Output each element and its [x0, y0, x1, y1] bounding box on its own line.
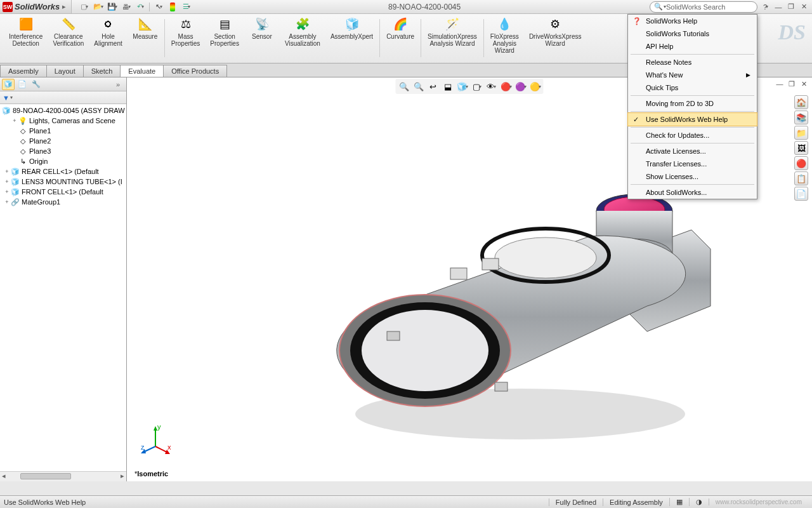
close-button[interactable]: ✕: [798, 2, 809, 12]
tree-toggle-icon[interactable]: +: [4, 168, 10, 175]
assembly-visualization-button[interactable]: 🧩Assembly Visualization: [280, 15, 325, 61]
design-library-button[interactable]: 📚: [794, 110, 808, 124]
sensor-button[interactable]: 📡Sensor: [244, 15, 280, 61]
sidebar-filter[interactable]: ▼ ▾: [0, 91, 126, 104]
rebuild-button[interactable]: [166, 1, 179, 13]
tab-office-products[interactable]: Office Products: [163, 65, 227, 77]
undo-button[interactable]: ↶▾: [134, 1, 147, 13]
help-button[interactable]: ?▾: [760, 2, 771, 12]
restore-button[interactable]: ❐: [785, 2, 797, 12]
tree-item[interactable]: +🔗MateGroup1: [0, 197, 126, 207]
select-button[interactable]: ↖▾: [152, 1, 165, 13]
help-menu-item[interactable]: Release Notes: [628, 56, 757, 69]
tree-toggle-icon[interactable]: [11, 148, 18, 154]
view-triad[interactable]: y x z: [140, 424, 171, 456]
floxpress-button[interactable]: 💧FloXpress Analysis Wizard: [485, 15, 524, 61]
tree-item[interactable]: +💡Lights, Cameras and Scene: [0, 116, 126, 126]
scroll-thumb[interactable]: [20, 473, 71, 479]
help-menu-item[interactable]: About SolidWorks...: [628, 186, 757, 199]
tree-toggle-icon[interactable]: +: [4, 189, 10, 195]
tree-toggle-icon[interactable]: [11, 128, 18, 134]
view-settings-button[interactable]: 🟡▾: [528, 80, 542, 93]
search-box[interactable]: 🔍▾: [650, 1, 757, 13]
interference-detection-icon: 🟧: [18, 17, 34, 32]
vp-close-button[interactable]: ✕: [798, 79, 809, 89]
status-unit-icon[interactable]: ▦: [669, 498, 689, 506]
view-orientation-button[interactable]: 🧊▾: [455, 80, 469, 93]
view-palette-button[interactable]: 🖼: [794, 141, 808, 155]
options-button[interactable]: ☰▾: [180, 1, 193, 13]
assembly-xpert-button[interactable]: 🧊AssemblyXpert: [325, 15, 378, 61]
status-custom-icon[interactable]: ◑: [689, 498, 709, 506]
open-button[interactable]: 📂▾: [92, 1, 105, 13]
help-menu-item[interactable]: SolidWorks Tutorials: [628, 27, 757, 40]
extra-button[interactable]: 📄: [794, 187, 808, 201]
tree-root[interactable]: 🧊 89-NOAO-4200-0045 (ASSY DRAW: [0, 105, 126, 116]
help-menu-item[interactable]: ❓SolidWorks Help: [628, 15, 757, 27]
display-style-button[interactable]: ▢▾: [470, 80, 484, 93]
tab-assembly[interactable]: Assembly: [0, 65, 47, 77]
tree-toggle-icon[interactable]: +: [4, 178, 10, 185]
tree-item[interactable]: ◇Plane1: [0, 126, 126, 136]
solidworks-resources-button[interactable]: 🏠: [794, 95, 808, 109]
help-menu-item[interactable]: Activate Licenses...: [628, 145, 757, 157]
driveworksxpress-button[interactable]: ⚙DriveWorksXpress Wizard: [524, 15, 587, 61]
section-properties-button[interactable]: ▤Section Properties: [205, 15, 244, 61]
help-menu-item[interactable]: API Help: [628, 40, 757, 53]
zoom-area-button[interactable]: 🔍: [412, 80, 426, 93]
tab-evaluate[interactable]: Evaluate: [120, 65, 164, 77]
tree-toggle-icon[interactable]: +: [4, 199, 10, 205]
tree-toggle-icon[interactable]: [11, 138, 18, 144]
feature-manager-tab[interactable]: 🧊: [2, 79, 15, 90]
triad-x-label: x: [167, 443, 171, 451]
clearance-verification-button[interactable]: 📏Clearance Verification: [48, 15, 89, 61]
interference-detection-button[interactable]: 🟧Interference Detection: [4, 15, 48, 61]
new-button[interactable]: ▢▾: [78, 1, 91, 13]
tab-sketch[interactable]: Sketch: [83, 65, 121, 77]
save-button[interactable]: 💾▾: [106, 1, 119, 13]
zoom-fit-button[interactable]: 🔍: [397, 80, 411, 93]
scroll-left-icon[interactable]: ◂: [0, 472, 8, 481]
tree-item[interactable]: +🧊REAR CELL<1> (Default: [0, 166, 126, 177]
tree-item[interactable]: +🧊FRONT CELL<1> (Default: [0, 187, 126, 197]
tree-toggle-icon[interactable]: +: [11, 117, 18, 124]
appearances-button[interactable]: 🔴: [794, 156, 808, 170]
hole-alignment-button[interactable]: ⭘Hole Alignment: [89, 15, 127, 61]
help-menu-item[interactable]: Check for Updates...: [628, 129, 757, 142]
measure-button[interactable]: 📐Measure: [128, 15, 163, 61]
tree-toggle-icon[interactable]: [11, 158, 18, 164]
print-button[interactable]: 🖶▾: [120, 1, 133, 13]
help-menu-item[interactable]: Use SolidWorks Web Help: [627, 112, 757, 126]
mass-properties-button[interactable]: ⚖Mass Properties: [166, 15, 206, 61]
vp-restore-button[interactable]: ❐: [786, 79, 797, 89]
prev-view-button[interactable]: ↩: [426, 80, 440, 93]
tree-item[interactable]: +🧊LENS3 MOUNTING TUBE<1> (I: [0, 177, 126, 187]
scroll-right-icon[interactable]: ▸: [119, 472, 126, 481]
app-logo[interactable]: SW SolidWorks ▸: [0, 0, 72, 13]
menu-separator: [631, 95, 754, 96]
help-menu-item[interactable]: Show Licenses...: [628, 170, 757, 183]
simulationxpress-button[interactable]: 🪄SimulationXpress Analysis Wizard: [422, 15, 482, 61]
help-menu-item[interactable]: Quick Tips: [628, 81, 757, 94]
section-view-button[interactable]: ⬓: [441, 80, 455, 93]
minimize-button[interactable]: —: [773, 2, 784, 12]
configuration-manager-tab[interactable]: 🔧: [30, 79, 43, 90]
help-menu-item[interactable]: What's New▶: [628, 69, 757, 81]
vp-minimize-button[interactable]: —: [774, 79, 785, 89]
help-menu-item[interactable]: Transfer Licenses...: [628, 157, 757, 170]
tree-item[interactable]: ↳Origin: [0, 156, 126, 166]
edit-appearance-button[interactable]: 🔴▾: [499, 80, 513, 93]
property-manager-tab[interactable]: 📄: [16, 79, 29, 90]
sidebar-scrollbar[interactable]: ◂ ▸: [0, 471, 126, 481]
file-explorer-button[interactable]: 📁: [794, 126, 808, 140]
expand-sidebar-icon[interactable]: »: [112, 79, 124, 90]
curvature-button[interactable]: 🌈Curvature: [381, 15, 419, 61]
tree-item[interactable]: ◇Plane3: [0, 146, 126, 156]
apply-scene-button[interactable]: 🟣▾: [514, 80, 528, 93]
hide-show-button[interactable]: 👁▾: [485, 80, 499, 93]
tree-item[interactable]: ◇Plane2: [0, 136, 126, 146]
search-input[interactable]: [666, 3, 754, 11]
custom-properties-button[interactable]: 📋: [794, 171, 808, 185]
help-menu-item[interactable]: Moving from 2D to 3D: [628, 97, 757, 110]
tab-layout[interactable]: Layout: [46, 65, 84, 77]
